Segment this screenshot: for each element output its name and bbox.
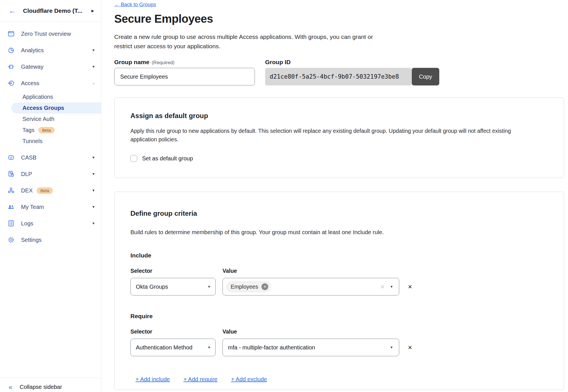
page-title: Secure Employees <box>114 12 568 25</box>
chevron-down-icon: ▼ <box>92 156 95 160</box>
require-selector-dropdown[interactable]: Authentication Method ▼ <box>130 339 216 356</box>
sidebar-item-label: Settings <box>21 237 41 243</box>
copy-button[interactable]: Copy <box>412 68 439 85</box>
account-switcher-caret-icon[interactable]: ▶ <box>91 9 94 13</box>
remove-include-rule-icon[interactable]: ✕ <box>408 284 412 290</box>
logs-list-icon <box>7 220 15 227</box>
chevron-down-icon: ▼ <box>92 188 95 192</box>
require-rule-row: Authentication Method ▼ mfa - multiple-f… <box>130 339 548 356</box>
remove-require-rule-icon[interactable]: ✕ <box>408 344 412 351</box>
sidebar-item-label: My Team <box>21 204 44 210</box>
sidebar-item-tunnels[interactable]: Tunnels <box>0 136 101 147</box>
require-value: mfa - multiple-factor authentication <box>228 344 385 351</box>
sidebar-header: ← Cloudflare Demo (T... ▶ <box>0 0 101 22</box>
group-id-label: Group ID <box>265 59 439 66</box>
add-require-link[interactable]: + Add require <box>184 376 218 383</box>
back-arrow-icon: ← <box>114 2 119 7</box>
group-id-row: d21ce80f-5a25-4bcf-9b07-5032197e3be8 Cop… <box>265 68 439 85</box>
include-rule-row: Okta Groups ▼ Employees ✕ ✕ ▼ ✕ <box>130 278 548 295</box>
sidebar-item-zero-trust-overview[interactable]: Zero Trust overview <box>0 26 101 42</box>
sidebar-item-logs[interactable]: Logs ▼ <box>0 215 101 232</box>
sidebar: ← Cloudflare Demo (T... ▶ Zero Trust ove… <box>0 0 101 392</box>
chevron-down-icon: ▼ <box>390 285 393 289</box>
sidebar-item-label: Access Groups <box>22 105 64 111</box>
back-to-groups-link[interactable]: ← Back to Groups <box>114 2 156 8</box>
people-icon <box>7 203 15 211</box>
criteria-card-title: Define group criteria <box>130 209 548 217</box>
value-chip: Employees ✕ <box>226 281 271 292</box>
require-value-label: Value <box>222 328 237 335</box>
require-labels: Selector Value <box>130 328 548 335</box>
set-default-checkbox-label: Set as default group <box>142 155 193 162</box>
include-selector-label: Selector <box>130 268 216 274</box>
criteria-card-description: Build rules to determine membership of t… <box>130 229 548 236</box>
chevron-down-icon: ▼ <box>92 48 95 52</box>
gateway-icon <box>7 63 15 70</box>
sidebar-item-gateway[interactable]: Gateway ▼ <box>0 58 101 75</box>
default-group-card-title: Assign as default group <box>130 112 548 120</box>
require-value-dropdown[interactable]: mfa - multiple-factor authentication ▼ <box>222 339 399 356</box>
include-selector-dropdown[interactable]: Okta Groups ▼ <box>130 278 216 295</box>
require-heading: Require <box>130 313 548 320</box>
sidebar-item-label: DLP <box>21 171 32 177</box>
include-heading: Include <box>130 252 548 259</box>
sidebar-item-my-team[interactable]: My Team ▼ <box>0 199 101 215</box>
group-name-field: Group name(Required) <box>114 59 255 85</box>
collapse-chevrons-icon: « <box>9 384 12 391</box>
sidebar-item-dex[interactable]: DEX Beta ▼ <box>0 182 101 199</box>
sidebar-item-label: CASB <box>21 154 36 161</box>
require-selector-value: Authentication Method <box>136 344 207 351</box>
include-value-multiselect[interactable]: Employees ✕ ✕ ▼ <box>222 278 399 295</box>
window-icon <box>7 30 15 37</box>
add-include-link[interactable]: + Add include <box>136 376 170 383</box>
collapse-sidebar-button[interactable]: « Collapse sidebar <box>0 378 101 392</box>
sidebar-item-settings[interactable]: Settings <box>0 232 101 248</box>
require-selector-label: Selector <box>130 328 216 335</box>
sidebar-item-tags[interactable]: Tags Beta <box>0 125 101 136</box>
access-subnav: Applications Access Groups Service Auth … <box>0 91 101 147</box>
network-cluster-icon <box>7 187 15 194</box>
sidebar-item-label: Access <box>21 80 39 87</box>
add-exclude-link[interactable]: + Add exclude <box>231 376 267 383</box>
sidebar-item-label: Tunnels <box>22 138 42 144</box>
sidebar-item-service-auth[interactable]: Service Auth <box>0 114 101 125</box>
account-title: Cloudflare Demo (T... <box>23 7 91 14</box>
value-chip-label: Employees <box>231 284 258 290</box>
sidebar-item-casb[interactable]: CASB ▼ <box>0 149 101 166</box>
set-default-checkbox[interactable] <box>130 155 137 162</box>
group-name-input[interactable] <box>114 68 255 85</box>
sidebar-item-label: Logs <box>21 220 33 227</box>
sidebar-item-applications[interactable]: Applications <box>0 91 101 102</box>
clear-values-icon[interactable]: ✕ <box>380 284 385 290</box>
chevron-down-icon: ▼ <box>207 285 211 289</box>
back-arrow-icon[interactable]: ← <box>9 7 16 15</box>
pie-chart-icon <box>7 47 15 54</box>
sidebar-item-access-groups[interactable]: Access Groups <box>11 102 101 114</box>
beta-badge: Beta <box>38 127 55 133</box>
sidebar-item-access[interactable]: Access ▲ <box>0 75 101 91</box>
beta-badge: Beta <box>37 187 53 194</box>
sidebar-item-label: Gateway <box>21 64 43 70</box>
collapse-sidebar-label: Collapse sidebar <box>20 384 62 390</box>
sidebar-item-label: Service Auth <box>22 116 54 122</box>
chevron-down-icon: ▼ <box>92 205 95 209</box>
add-rule-links: + Add include + Add require + Add exclud… <box>136 376 548 383</box>
criteria-card: Define group criteria Build rules to det… <box>114 192 564 390</box>
default-group-checkbox-row: Set as default group <box>130 155 548 162</box>
group-id-value: d21ce80f-5a25-4bcf-9b07-5032197e3be8 <box>265 68 411 85</box>
default-group-card: Assign as default group Apply this rule … <box>114 97 564 178</box>
sidebar-item-label: Analytics <box>21 47 44 54</box>
include-selector-value: Okta Groups <box>136 284 207 290</box>
chevron-down-icon: ▼ <box>92 221 95 225</box>
chevron-down-icon: ▼ <box>390 345 393 349</box>
main-content: ← Back to Groups Secure Employees Create… <box>101 0 568 392</box>
sidebar-item-label: Zero Trust overview <box>21 31 71 37</box>
sidebar-item-analytics[interactable]: Analytics ▼ <box>0 42 101 58</box>
sidebar-item-dlp[interactable]: DLP ▼ <box>0 166 101 182</box>
sidebar-nav: Zero Trust overview Analytics ▼ <box>0 22 101 248</box>
casb-shield-check-icon <box>7 154 15 161</box>
chip-remove-icon[interactable]: ✕ <box>261 283 268 290</box>
group-name-label: Group name(Required) <box>114 59 255 66</box>
group-id-field: Group ID d21ce80f-5a25-4bcf-9b07-5032197… <box>265 59 439 85</box>
gear-icon <box>7 236 15 244</box>
